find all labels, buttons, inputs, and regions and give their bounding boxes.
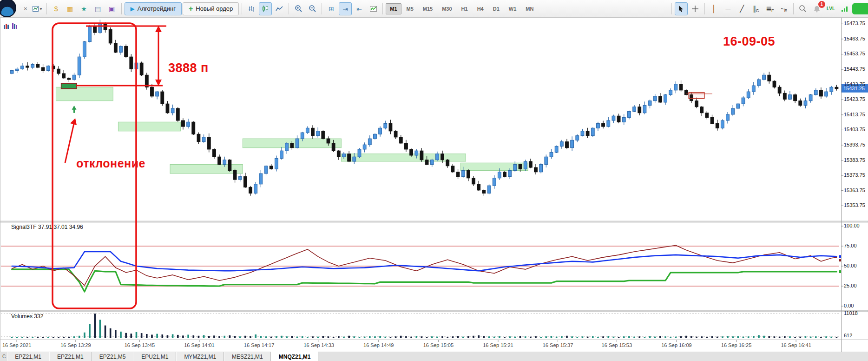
bar-chart-icon xyxy=(248,5,255,13)
line-chart-icon xyxy=(276,5,283,13)
candlestick-icon xyxy=(262,5,269,13)
toolbox-button[interactable]: ▤ xyxy=(92,2,105,15)
data-window-icon: ▦ xyxy=(67,6,73,12)
chevron-down-icon: ▾ xyxy=(40,7,42,11)
search-icon xyxy=(799,5,807,13)
chart-window[interactable]: 15431.25 Signal3TF 37.91 37.01 34.96 Vol… xyxy=(0,18,868,352)
tile-windows-button[interactable]: ⊞ xyxy=(325,2,338,15)
toolbar-separator xyxy=(382,3,383,14)
app-logo-icon xyxy=(0,0,16,17)
fibonacci-tool-button[interactable]: ≣F xyxy=(763,2,776,15)
horizontal-line-tool-button[interactable]: ─ xyxy=(722,2,735,15)
chart-tabbar: C EPZ21,M1 EPZ21,M1 EPZ21,M5 EPU21,M1 MY… xyxy=(0,352,868,361)
toolbar-separator xyxy=(242,3,242,14)
chart-tab[interactable]: EPZ21,M5 xyxy=(92,352,134,361)
timeframe-m15[interactable]: M15 xyxy=(419,3,437,14)
lvl-button[interactable]: LVL xyxy=(824,2,837,15)
toolbar-separator xyxy=(121,3,122,14)
bar-chart-type-button[interactable] xyxy=(245,2,258,15)
market-watch-icon: $ xyxy=(54,6,58,12)
exit-marker xyxy=(689,93,704,99)
chart-tab[interactable]: EPZ21,M1 xyxy=(49,352,92,361)
cursor-tool-button[interactable] xyxy=(675,2,688,15)
toolbar-separator xyxy=(793,3,794,14)
connection-bars-icon xyxy=(841,5,849,13)
cursor-arrow-icon xyxy=(677,5,684,13)
timeframe-m1[interactable]: M1 xyxy=(386,3,401,14)
elliott-tool-button[interactable]: ~E xyxy=(777,2,790,15)
chart-tab[interactable]: MYMZ21,M1 xyxy=(176,352,224,361)
toolbar-separator xyxy=(671,3,672,14)
new-order-label: Новый ордер xyxy=(196,5,233,12)
algo-trading-label: Алготрейдинг xyxy=(138,5,176,12)
new-order-button[interactable]: + Новый ордер xyxy=(183,2,239,15)
timeframe-d1[interactable]: D1 xyxy=(489,3,504,14)
channel-tool-button[interactable]: ∥G xyxy=(750,2,763,15)
algo-play-icon: ▶ xyxy=(131,6,135,12)
close-icon[interactable]: × xyxy=(21,5,30,12)
notifications-button[interactable]: 1 xyxy=(810,2,823,15)
new-chart-icon xyxy=(32,5,39,13)
strategy-tester-button[interactable]: ▣ xyxy=(105,2,118,15)
tile-windows-icon: ⊞ xyxy=(329,6,334,12)
chart-shift-button[interactable]: ⇤ xyxy=(353,2,366,15)
chart-tab-active[interactable]: MNQZ21,M1 xyxy=(271,352,319,361)
toolbar-separator xyxy=(46,3,47,14)
data-window-button[interactable]: ▦ xyxy=(64,2,77,15)
zoom-out-button[interactable] xyxy=(306,2,319,15)
timeframe-w1[interactable]: W1 xyxy=(505,3,521,14)
plus-icon: + xyxy=(189,5,193,13)
lvl-label: LVL xyxy=(825,6,837,11)
toolbar-right-group: │ ─ ╱ ∥G ≣F ~E 1 LVL xyxy=(670,2,868,15)
trendline-icon: ╱ xyxy=(740,5,744,13)
zoom-in-button[interactable] xyxy=(292,2,305,15)
navigator-button[interactable]: ★ xyxy=(78,2,91,15)
tabbar-left-label: C xyxy=(1,354,7,359)
toolbar-separator xyxy=(289,3,289,14)
toolbox-icon: ▤ xyxy=(95,6,101,12)
chart-tab[interactable]: MESZ21,M1 xyxy=(224,352,271,361)
market-watch-button[interactable]: $ xyxy=(50,2,63,15)
timeframe-m30[interactable]: M30 xyxy=(438,3,456,14)
strategy-tester-icon: ▣ xyxy=(109,6,115,12)
status-pill xyxy=(852,3,868,14)
auto-scroll-icon: ⇥ xyxy=(342,6,348,12)
indicators-icon xyxy=(369,5,377,13)
pane-splitter[interactable] xyxy=(0,310,868,312)
timeframe-h4[interactable]: H4 xyxy=(473,3,488,14)
algo-trading-button[interactable]: ▶ Алготрейдинг xyxy=(125,2,182,15)
svg-text:15431.25: 15431.25 xyxy=(843,86,865,91)
chart-tab[interactable]: EPU21,M1 xyxy=(133,352,176,361)
horizontal-line-icon: ─ xyxy=(726,5,731,13)
timeframe-h1[interactable]: H1 xyxy=(457,3,472,14)
navigator-icon: ★ xyxy=(81,6,87,12)
vertical-line-tool-button[interactable]: │ xyxy=(708,2,721,15)
chart-shift-icon: ⇤ xyxy=(356,6,362,12)
timeframe-mn[interactable]: MN xyxy=(521,3,538,14)
line-chart-type-button[interactable] xyxy=(273,2,286,15)
zoom-in-icon xyxy=(295,5,302,13)
new-chart-button[interactable]: ▾ xyxy=(31,2,44,15)
entry-marker xyxy=(61,83,77,88)
crosshair-tool-button[interactable] xyxy=(689,2,702,15)
chart-tab[interactable]: EPZ21,M1 xyxy=(7,352,49,361)
toolbar-separator xyxy=(704,3,705,14)
chart-canvas[interactable]: 15431.25 xyxy=(0,18,868,352)
timeframe-m5[interactable]: M5 xyxy=(402,3,418,14)
indicators-button[interactable] xyxy=(367,2,380,15)
search-button[interactable] xyxy=(796,2,809,15)
notification-badge: 1 xyxy=(818,1,825,8)
main-toolbar: × ▾ $ ▦ ★ ▤ ▣ ▶ Алготрейдинг + Новый орд… xyxy=(0,0,868,18)
pane-splitter[interactable] xyxy=(0,221,868,222)
candle-chart-type-button[interactable] xyxy=(259,2,272,15)
crosshair-icon xyxy=(691,5,699,13)
vertical-line-icon: │ xyxy=(712,5,716,13)
connection-status-button[interactable] xyxy=(838,2,851,15)
elliott-letter: E xyxy=(784,8,787,15)
fibonacci-letter: F xyxy=(771,8,774,15)
toolbar-separator xyxy=(322,3,322,14)
channel-letter: G xyxy=(756,8,759,15)
trendline-tool-button[interactable]: ╱ xyxy=(736,2,749,15)
auto-scroll-button[interactable]: ⇥ xyxy=(339,2,352,15)
zoom-out-icon xyxy=(309,5,316,13)
